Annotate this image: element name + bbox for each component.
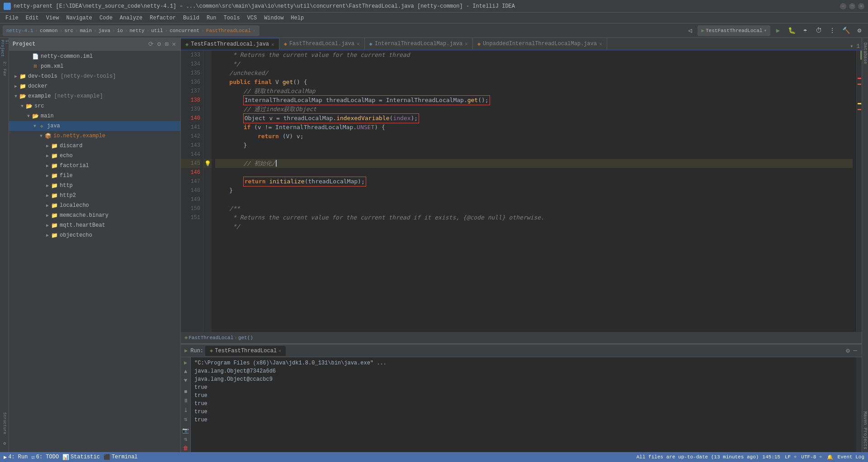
gutter-empty-140: [203, 114, 212, 123]
gutter-lamp-145[interactable]: 💡: [203, 159, 212, 168]
tree-arrow-docker: ▶: [13, 83, 19, 89]
tree-pom-xml[interactable]: m pom.xml: [9, 61, 180, 71]
run-camera-button[interactable]: 📷: [182, 427, 190, 434]
tree-java[interactable]: ▼ ◈ java: [9, 121, 180, 131]
bottom-minimize-button[interactable]: —: [853, 346, 858, 355]
menu-view[interactable]: View: [42, 14, 63, 22]
run-up-button[interactable]: ▲: [182, 368, 190, 375]
bottom-gear-button[interactable]: ⚙: [845, 346, 850, 355]
status-todo[interactable]: ☑ 6: TODO: [31, 454, 59, 461]
settings-button[interactable]: ⚙: [854, 25, 865, 37]
run-button[interactable]: ▶: [772, 25, 784, 37]
tree-src[interactable]: ▼ 📂 src: [9, 101, 180, 111]
code-content[interactable]: * Returns the current value for the curr…: [212, 51, 856, 332]
run-scroll-button[interactable]: ⤓: [182, 406, 190, 414]
status-bar: ▶ 4: Run ☑ 6: TODO 📊 Statistic ⬛ Termina…: [0, 452, 868, 462]
run-tab-close[interactable]: ✕: [278, 348, 281, 354]
run-trash-button[interactable]: 🗑: [182, 444, 190, 452]
tab-testfastthreadlocal[interactable]: ◈ TestFastThreadLocal.java ✕: [181, 38, 279, 50]
run-config-selector[interactable]: ▶ TestFastThreadLocal ▾: [698, 25, 770, 36]
run-sort-button[interactable]: ⇅: [182, 435, 190, 443]
run-down-button[interactable]: ▼: [182, 377, 190, 384]
tab-unpadded[interactable]: ◈ UnpaddedInternalThreadLocalMap.java ✕: [473, 38, 607, 50]
menu-vcs[interactable]: VCS: [244, 14, 261, 22]
status-right: 145:15 LF ÷ UTF-8 ÷ 🔔 Event Log: [762, 454, 864, 460]
status-lf[interactable]: LF ÷: [785, 454, 797, 460]
left-bottom-icon[interactable]: ⚙: [1, 434, 8, 452]
tab-test-close[interactable]: ✕: [271, 42, 274, 47]
build-button[interactable]: 🔨: [840, 25, 852, 37]
tree-http2[interactable]: ▶ 📁 http2: [9, 191, 180, 201]
menu-help[interactable]: Help: [287, 14, 307, 22]
line-150: * Returns the current value for the curr…: [215, 214, 544, 221]
tab-fast-close[interactable]: ✕: [357, 41, 360, 47]
run-rerun-button[interactable]: ▶: [182, 359, 190, 367]
tree-docker[interactable]: ▶ 📁 docker: [9, 81, 180, 91]
tree-discard[interactable]: ▶ 📁 discard: [9, 141, 180, 151]
coverage-button[interactable]: ☂: [799, 25, 811, 37]
tab-fastthreadlocal[interactable]: ◈ FastThreadLocal.java ✕: [279, 38, 365, 50]
menu-build[interactable]: Build: [179, 14, 203, 22]
menu-analyze[interactable]: Analyze: [116, 14, 146, 22]
run-filter-button[interactable]: ⇅: [182, 415, 190, 423]
status-position[interactable]: 145:15: [762, 454, 780, 460]
status-statistic[interactable]: 📊 Statistic: [62, 454, 100, 461]
gutter-empty-142: [203, 132, 212, 141]
project-close-button[interactable]: ✕: [171, 39, 177, 49]
run-suspend-button[interactable]: ⏸: [182, 397, 190, 405]
tree-objectecho[interactable]: ▶ 📁 objectecho: [9, 230, 180, 240]
right-tab-database[interactable]: Database: [862, 40, 868, 67]
debug-button[interactable]: 🐛: [786, 25, 797, 37]
close-button[interactable]: ✕: [858, 3, 864, 9]
status-run[interactable]: ▶ 4: Run: [4, 454, 28, 461]
back-button[interactable]: ◁: [684, 25, 696, 37]
right-tab-maven[interactable]: Maven Projects: [862, 409, 868, 452]
tab-test-icon: ◈: [185, 41, 189, 48]
tree-echo[interactable]: ▶ 📁 echo: [9, 151, 180, 161]
menu-run[interactable]: Run: [203, 14, 220, 22]
event-log-label[interactable]: Event Log: [838, 454, 864, 460]
tab-internal-close[interactable]: ✕: [465, 41, 468, 47]
nav-breadcrumb[interactable]: netty-4.1 › common › src › main › java ›…: [3, 25, 259, 36]
tree-mqtt[interactable]: ▶ 📁 mqtt.heartBeat: [9, 220, 180, 230]
project-gear-button[interactable]: ⚙: [156, 39, 162, 49]
left-sidebar: 1: Project 2: Fav Structure ⚙: [0, 38, 9, 452]
line-140: Object v = threadLocalMap.indexedVariabl…: [215, 115, 419, 121]
tree-dev-tools[interactable]: ▶ 📁 dev-tools [netty-dev-tools]: [9, 71, 180, 81]
menu-edit[interactable]: Edit: [22, 14, 42, 22]
minimize-button[interactable]: —: [840, 3, 846, 9]
tree-factorial[interactable]: ▶ 📁 factorial: [9, 161, 180, 171]
line-133: * Returns the current value for the curr…: [215, 51, 410, 58]
left-icon-1[interactable]: 1: Project: [1, 40, 8, 58]
more-run-button[interactable]: ⋮: [826, 25, 838, 37]
menu-code[interactable]: Code: [96, 14, 116, 22]
title-text: netty-parent [E:\IDEA\netty_source_code\…: [14, 3, 840, 9]
run-tab-testfastthreadlocal[interactable]: ◈ TestFastThreadLocal ✕: [205, 346, 286, 356]
status-terminal[interactable]: ⬛ Terminal: [104, 454, 138, 461]
left-icon-2[interactable]: 2: Fav: [1, 60, 8, 78]
menu-window[interactable]: Window: [260, 14, 287, 22]
menu-refactor[interactable]: Refactor: [146, 14, 179, 22]
tree-file[interactable]: ▶ 📁 file: [9, 171, 180, 181]
project-sync-button[interactable]: ⟳: [147, 39, 155, 49]
project-expand-button[interactable]: ⊞: [164, 39, 169, 49]
profile-button[interactable]: ⏱: [813, 25, 825, 37]
structure-icon[interactable]: Structure: [1, 414, 8, 432]
tree-localecho[interactable]: ▶ 📁 localecho: [9, 201, 180, 210]
tab-more-button[interactable]: ▾ 1: [850, 43, 860, 50]
tree-example[interactable]: ▼ 📂 example [netty-example]: [9, 91, 180, 101]
menu-tools[interactable]: Tools: [220, 14, 244, 22]
maximize-button[interactable]: ❐: [849, 3, 855, 9]
tree-main[interactable]: ▼ 📂 main: [9, 111, 180, 121]
run-stop-button[interactable]: ■: [182, 388, 190, 396]
tree-netty-common-iml[interactable]: 📄 netty-common.iml: [9, 51, 180, 61]
tab-unpadded-close[interactable]: ✕: [599, 41, 602, 47]
tree-label-docker: docker: [28, 83, 47, 89]
status-encoding[interactable]: UTF-8 ÷: [801, 454, 822, 460]
tree-io-netty[interactable]: ▼ 📦 io.netty.example: [9, 131, 180, 141]
menu-file[interactable]: File: [2, 14, 22, 22]
tab-internalthreadlocalmap[interactable]: ◈ InternalThreadLocalMap.java ✕: [365, 38, 473, 50]
menu-navigate[interactable]: Navigate: [62, 14, 96, 22]
tree-memcache[interactable]: ▶ 📁 memcache.binary: [9, 210, 180, 220]
tree-http[interactable]: ▶ 📁 http: [9, 181, 180, 191]
